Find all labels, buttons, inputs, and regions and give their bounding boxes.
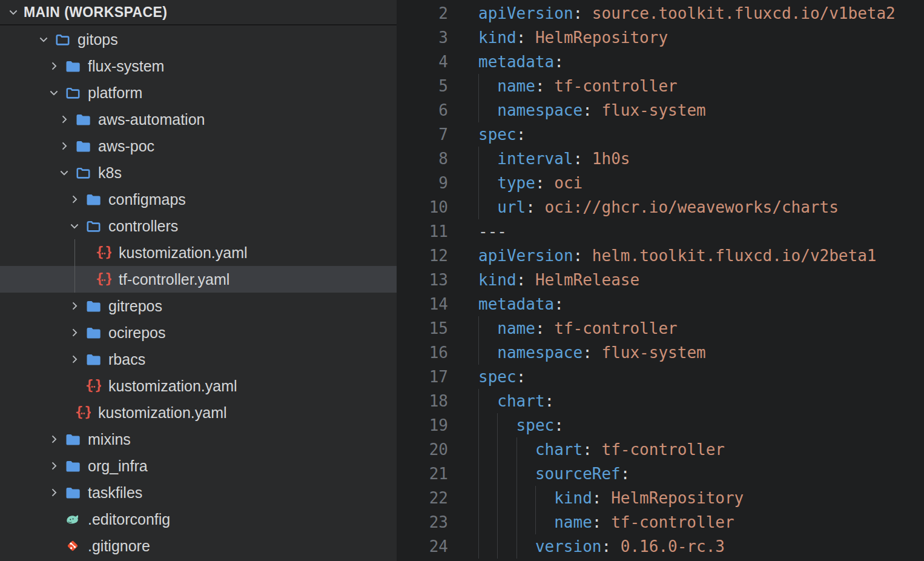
code-content[interactable]: metadata: [478, 292, 924, 316]
code-content[interactable]: name: tf-controller [478, 510, 924, 534]
tree-item[interactable]: .editorconfig [0, 506, 397, 533]
tree-item[interactable]: org_infra [0, 453, 397, 479]
yaml-key: spec [516, 416, 555, 434]
tree-item[interactable]: {}kustomization.yaml [0, 239, 397, 266]
line-number: 15 [397, 316, 448, 340]
tree-item[interactable]: aws-poc [0, 133, 397, 159]
tree-item[interactable]: mixins [0, 426, 397, 453]
indent-guide [478, 510, 479, 534]
chevron-right-icon[interactable] [48, 486, 65, 499]
code-line[interactable]: 22kind: HelmRepository [397, 486, 924, 510]
code-line[interactable]: 13kind: HelmRelease [397, 268, 924, 292]
tree-item[interactable]: taskfiles [0, 479, 397, 506]
indent-guide [497, 413, 498, 437]
yaml-value: helm.toolkit.fluxcd.io/v2beta1 [592, 247, 877, 265]
code-content[interactable]: sourceRef: [478, 462, 924, 486]
code-content[interactable]: chart: tf-controller [478, 437, 924, 462]
code-line[interactable]: 14metadata: [397, 292, 924, 316]
chevron-right-icon[interactable] [68, 353, 85, 365]
tree-item[interactable]: {}kustomization.yaml [0, 373, 397, 399]
code-line[interactable]: 10url: oci://ghcr.io/weaveworks/charts [397, 195, 924, 219]
tree-item[interactable]: aws-automation [0, 106, 397, 133]
code-editor[interactable]: 2apiVersion: source.toolkit.fluxcd.io/v1… [397, 0, 924, 561]
tree-item[interactable]: configmaps [0, 186, 397, 213]
chevron-down-icon[interactable] [58, 167, 75, 179]
tree-item[interactable]: controllers [0, 213, 397, 239]
code-content[interactable]: kind: HelmRelease [478, 268, 924, 292]
chevron-right-icon[interactable] [48, 460, 65, 472]
code-line[interactable]: 3kind: HelmRepository [397, 25, 924, 50]
code-content[interactable]: apiVersion: source.toolkit.fluxcd.io/v1b… [478, 1, 924, 25]
chevron-right-icon[interactable] [58, 140, 75, 152]
code-line[interactable]: 24version: 0.16.0-rc.3 [397, 534, 924, 559]
explorer-section-header[interactable]: MAIN (WORKSPACE) [0, 0, 397, 25]
indent-guide [478, 389, 479, 413]
code-content[interactable]: type: oci [478, 171, 924, 195]
code-line[interactable]: 15name: tf-controller [397, 316, 924, 340]
chevron-right-icon[interactable] [48, 60, 65, 72]
code-line[interactable]: 6namespace: flux-system [397, 98, 924, 122]
tree-item[interactable]: k8s [0, 159, 397, 186]
code-line[interactable]: 18chart: [397, 389, 924, 413]
code-content[interactable]: apiVersion: helm.toolkit.fluxcd.io/v2bet… [478, 244, 924, 268]
code-line[interactable]: 7spec: [397, 122, 924, 147]
yaml-document-separator: --- [478, 222, 507, 241]
code-content[interactable]: name: tf-controller [478, 74, 924, 98]
code-line[interactable]: 21sourceRef: [397, 462, 924, 486]
code-line[interactable]: 5name: tf-controller [397, 74, 924, 98]
chevron-right-icon[interactable] [68, 193, 85, 205]
code-content[interactable]: spec: [478, 122, 924, 147]
tree-item[interactable]: rbacs [0, 346, 397, 373]
code-text: namespace: flux-system [478, 101, 706, 119]
tree-item[interactable]: gitrepos [0, 293, 397, 319]
chevron-right-icon[interactable] [68, 327, 85, 339]
code-content[interactable]: kind: HelmRepository [478, 486, 924, 510]
tree-item[interactable]: platform [0, 79, 397, 106]
code-content[interactable]: name: tf-controller [478, 316, 924, 340]
code-text: spec: [478, 416, 564, 434]
code-line[interactable]: 11--- [397, 219, 924, 244]
code-content[interactable]: kind: HelmRepository [478, 25, 924, 50]
tree-item[interactable]: .gitignore [0, 533, 397, 559]
code-line[interactable]: 16namespace: flux-system [397, 340, 924, 365]
tree-item[interactable]: {}kustomization.yaml [0, 399, 397, 426]
code-line[interactable]: 9type: oci [397, 171, 924, 195]
tree-item-label: kustomization.yaml [119, 244, 248, 262]
chevron-down-icon[interactable] [68, 220, 85, 232]
code-content[interactable]: metadata: [478, 50, 924, 74]
code-content[interactable]: url: oci://ghcr.io/weaveworks/charts [478, 195, 924, 219]
indent-guide [478, 534, 479, 559]
tree-item[interactable]: ocirepos [0, 319, 397, 346]
chevron-right-icon[interactable] [48, 433, 65, 445]
code-line[interactable]: 4metadata: [397, 50, 924, 74]
code-content[interactable]: interval: 1h0s [478, 147, 924, 171]
code-line[interactable]: 17spec: [397, 365, 924, 389]
code-content[interactable]: spec: [478, 413, 924, 437]
code-content[interactable]: chart: [478, 389, 924, 413]
code-text: apiVersion: source.toolkit.fluxcd.io/v1b… [478, 4, 896, 22]
code-text: namespace: flux-system [478, 344, 706, 362]
tree-item[interactable]: gitops [0, 26, 397, 53]
code-line[interactable]: 12apiVersion: helm.toolkit.fluxcd.io/v2b… [397, 244, 924, 268]
code-text: kind: HelmRelease [478, 271, 639, 289]
code-line[interactable]: 2apiVersion: source.toolkit.fluxcd.io/v1… [397, 1, 924, 25]
code-line[interactable]: 19spec: [397, 413, 924, 437]
yaml-colon: : [573, 247, 592, 265]
code-line[interactable]: 20chart: tf-controller [397, 437, 924, 462]
code-line[interactable]: 8interval: 1h0s [397, 147, 924, 171]
tree-item[interactable]: {}tf-controller.yaml [0, 266, 397, 293]
code-content[interactable]: --- [478, 219, 924, 244]
chevron-down-icon[interactable] [48, 87, 65, 99]
code-line[interactable]: 23name: tf-controller [397, 510, 924, 534]
chevron-right-icon[interactable] [58, 113, 75, 125]
tree-item[interactable]: flux-system [0, 53, 397, 79]
code-content[interactable]: namespace: flux-system [478, 98, 924, 122]
chevron-right-icon[interactable] [68, 300, 85, 312]
chevron-down-icon[interactable] [38, 33, 54, 45]
code-content[interactable]: version: 0.16.0-rc.3 [478, 534, 924, 559]
yaml-colon: : [516, 271, 535, 289]
code-content[interactable]: namespace: flux-system [478, 340, 924, 365]
indent-guide [535, 510, 536, 534]
code-content[interactable]: spec: [478, 365, 924, 389]
indent-guide [478, 486, 479, 510]
